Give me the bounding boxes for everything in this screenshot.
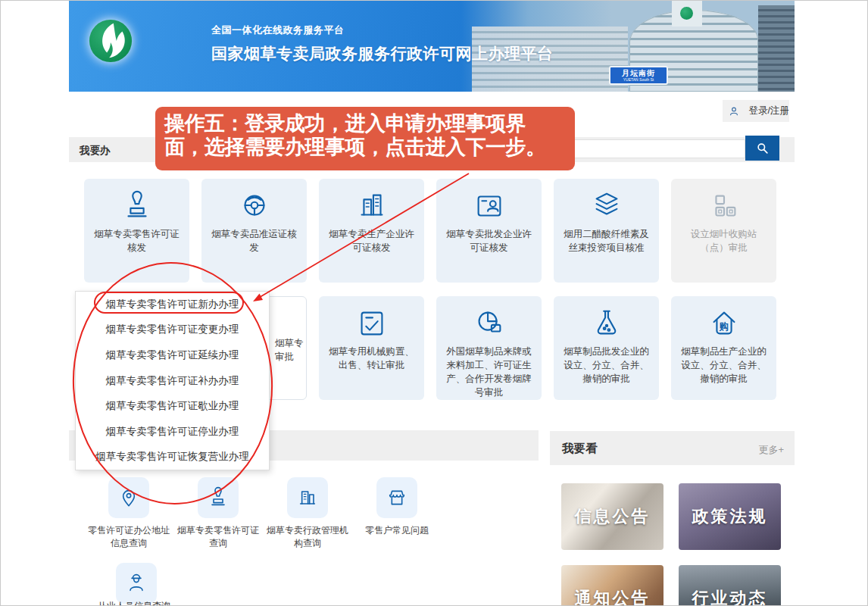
search-input[interactable] <box>569 139 745 158</box>
news-card-policies[interactable]: 政策法规 <box>679 483 781 550</box>
service-card-foreign-brand-approval[interactable]: 外国烟草制品来牌或来料加工、许可证生产、合作开发卷烟牌号审批 <box>436 296 542 400</box>
service-card-label: 烟用二醋酸纤维素及丝束投资项目核准 <box>554 227 659 255</box>
partial-card-text: 烟草专 <box>275 337 304 350</box>
org-building-icon <box>295 486 320 510</box>
section-bar-wyk: 我要看 更多+ <box>550 431 795 465</box>
service-card-wholesale-license[interactable]: 烟草专卖批发企业许可证核发 <box>436 179 542 283</box>
page: 月坛南街 YUETAN South St 全国一体化在线政务服务平台 国家烟草专… <box>0 0 868 606</box>
dropdown-item-new-application[interactable]: 烟草专卖零售许可证新办办理 <box>76 292 269 317</box>
pie-chart-icon <box>472 306 507 341</box>
checklist-icon <box>354 306 389 341</box>
service-card-label: 烟草专卖品准运证核发 <box>201 227 307 255</box>
dropdown-item-change[interactable]: 烟草专卖零售许可证变更办理 <box>76 317 269 343</box>
service-card-label: 设立烟叶收购站（点）审批 <box>671 227 776 255</box>
query-label-clipped[interactable]: 从业人员信息查询 <box>98 600 196 606</box>
news-card-label: 行业动态 <box>692 587 768 606</box>
storefront-icon <box>385 486 409 510</box>
login-register-button[interactable]: 登录/注册 <box>723 100 789 122</box>
service-card-label: 烟草专卖批发企业许可证核发 <box>436 227 542 255</box>
dropdown-item-suspend[interactable]: 烟草专卖零售许可证停业办理 <box>76 419 269 445</box>
section-title-wyb: 我要办 <box>80 144 111 158</box>
query-retailer-faq[interactable] <box>376 477 417 518</box>
query-office-address[interactable] <box>108 477 149 518</box>
service-card-transport-permit[interactable]: 烟草专卖品准运证核发 <box>201 179 307 283</box>
flask-icon <box>589 306 624 341</box>
magnifier-icon <box>755 141 770 156</box>
building-logo-wall <box>672 1 702 27</box>
query-retail-license[interactable] <box>198 477 239 518</box>
news-card-notices[interactable]: 通知公告 <box>561 565 663 606</box>
service-card-retail-license[interactable]: 烟草专卖零售许可证核发 <box>84 179 189 283</box>
person-icon <box>729 106 739 117</box>
blocks-icon <box>707 189 742 223</box>
stamp-icon <box>206 486 230 510</box>
service-card-production-enterprise-approval[interactable]: 购 烟草制品生产企业的设立、分立、合并、撤销的审批 <box>671 296 776 400</box>
service-card-production-license[interactable]: 烟草专卖生产企业许可证核发 <box>319 179 424 283</box>
partial-card-text: 审批 <box>275 351 294 364</box>
service-card-label: 外国烟草制品来牌或来料加工、许可证生产、合作开发卷烟牌号审批 <box>436 345 542 399</box>
banner-titles: 全国一体化在线政务服务平台 国家烟草专卖局政务服务行政许可网上办理平台 <box>211 23 554 64</box>
service-card-label: 烟草制品批发企业的设立、分立、合并、撤销的审批 <box>554 345 659 386</box>
section-title-wyk: 我要看 <box>562 441 598 457</box>
news-card-industry-news[interactable]: 行业动态 <box>679 565 781 606</box>
news-card-label: 政策法规 <box>692 505 768 528</box>
query-worker-info[interactable] <box>116 563 157 604</box>
service-card-label: 烟草专用机械购置、出售、转让审批 <box>319 345 424 372</box>
building-logo-icon <box>680 7 693 20</box>
service-card-label: 烟草制品生产企业的设立、分立、合并、撤销的审批 <box>671 345 776 386</box>
dropdown-item-reissue[interactable]: 烟草专卖零售许可证补办办理 <box>76 368 269 394</box>
query-label[interactable]: 零售户常见问题 <box>354 524 439 537</box>
tutorial-annotation-box: 操作五：登录成功，进入申请办理事项界 面，选择需要办理事项，点击进入下一步。 <box>155 107 575 170</box>
site-banner: 月坛南街 YUETAN South St 全国一体化在线政务服务平台 国家烟草专… <box>69 1 795 92</box>
news-card-label: 信息公告 <box>575 505 651 528</box>
service-card-machinery-approval[interactable]: 烟草专用机械购置、出售、转让审批 <box>319 296 424 400</box>
buildings-icon <box>354 189 389 223</box>
dropdown-item-close-business[interactable]: 烟草专卖零售许可证歇业办理 <box>76 393 269 419</box>
service-card-label: 烟草专卖生产企业许可证核发 <box>319 227 424 255</box>
platform-label: 全国一体化在线政务服务平台 <box>211 23 554 37</box>
query-label[interactable]: 烟草专卖零售许可证查询 <box>176 524 261 550</box>
id-card-icon <box>472 189 507 223</box>
news-card-info-announcements[interactable]: 信息公告 <box>561 483 663 550</box>
login-register-label: 登录/注册 <box>749 105 789 117</box>
site-title: 国家烟草专卖局政务服务行政许可网上办理平台 <box>211 43 554 64</box>
steering-wheel-icon <box>237 189 272 223</box>
worker-icon <box>124 571 148 595</box>
layers-icon <box>589 189 624 223</box>
street-sign-subtext: YUETAN South St <box>623 77 654 82</box>
service-card-leaf-station-disabled: 设立烟叶收购站（点）审批 <box>671 179 776 283</box>
service-card-cellulose-project[interactable]: 烟用二醋酸纤维素及丝束投资项目核准 <box>554 179 659 283</box>
stamp-icon <box>120 189 155 223</box>
tobacco-admin-logo-icon <box>87 17 134 64</box>
query-label[interactable]: 烟草专卖行政管理机构查询 <box>265 524 350 550</box>
query-admin-org[interactable] <box>287 477 328 518</box>
street-sign-text: 月坛南街 <box>622 69 655 77</box>
service-card-wholesale-enterprise-approval[interactable]: 烟草制品批发企业的设立、分立、合并、撤销的审批 <box>554 296 659 400</box>
tower-buildings <box>758 5 795 92</box>
news-card-label: 通知公告 <box>575 587 651 606</box>
street-sign: 月坛南街 YUETAN South St <box>609 66 668 85</box>
more-link[interactable]: 更多+ <box>758 443 784 457</box>
svg-text:购: 购 <box>718 321 728 332</box>
house-buy-icon: 购 <box>707 306 742 341</box>
service-card-label: 烟草专卖零售许可证核发 <box>84 227 189 255</box>
map-pin-icon <box>117 486 141 510</box>
dropdown-item-resume[interactable]: 烟草专卖零售许可证恢复营业办理 <box>76 444 269 470</box>
search-button[interactable] <box>745 136 779 161</box>
query-label[interactable]: 零售许可证办公地址信息查询 <box>86 524 171 550</box>
retail-license-dropdown: 烟草专卖零售许可证新办办理 烟草专卖零售许可证变更办理 烟草专卖零售许可证延续办… <box>75 291 270 470</box>
dropdown-item-renewal[interactable]: 烟草专卖零售许可证延续办理 <box>76 342 269 368</box>
